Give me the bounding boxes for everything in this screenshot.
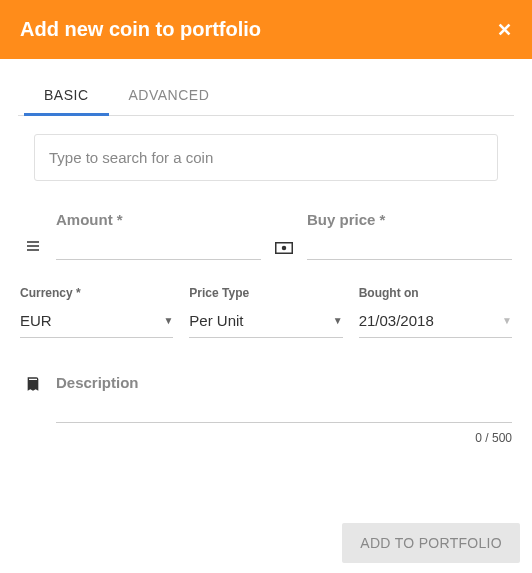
char-counter: 0 / 500 <box>56 431 512 445</box>
currency-label: Currency * <box>20 286 173 300</box>
list-icon <box>20 238 46 260</box>
pricetype-select[interactable]: Per Unit ▼ <box>189 308 342 338</box>
description-row: Description 0 / 500 <box>20 374 512 445</box>
svg-point-1 <box>282 246 287 251</box>
tab-basic[interactable]: BASIC <box>24 75 109 116</box>
buyprice-input[interactable] <box>307 232 512 260</box>
search-wrap <box>34 134 498 181</box>
close-icon[interactable]: ✕ <box>497 19 512 41</box>
currency-field: Currency * EUR ▼ <box>20 286 173 338</box>
modal-content: BASIC ADVANCED Amount * Buy price * Curr… <box>0 75 532 445</box>
modal-title: Add new coin to portfolio <box>20 18 261 41</box>
amount-row: Amount * Buy price * <box>20 211 512 260</box>
currency-value: EUR <box>20 312 52 329</box>
tabs: BASIC ADVANCED <box>18 75 514 116</box>
pricetype-field: Price Type Per Unit ▼ <box>189 286 342 338</box>
boughton-value: 21/03/2018 <box>359 312 434 329</box>
buyprice-field: Buy price * <box>307 211 512 260</box>
amount-field: Amount * <box>56 211 261 260</box>
chevron-down-icon: ▼ <box>333 315 343 326</box>
boughton-field: Bought on 21/03/2018 ▼ <box>359 286 512 338</box>
description-field: Description 0 / 500 <box>56 374 512 445</box>
amount-label: Amount * <box>56 211 261 228</box>
modal-header: Add new coin to portfolio ✕ <box>0 0 532 59</box>
search-input[interactable] <box>34 134 498 181</box>
amount-input[interactable] <box>56 232 261 260</box>
pricetype-value: Per Unit <box>189 312 243 329</box>
select-row: Currency * EUR ▼ Price Type Per Unit ▼ B… <box>20 286 512 338</box>
add-to-portfolio-button[interactable]: ADD TO PORTFOLIO <box>342 523 520 563</box>
boughton-select[interactable]: 21/03/2018 ▼ <box>359 308 512 338</box>
currency-select[interactable]: EUR ▼ <box>20 308 173 338</box>
book-icon <box>20 374 46 398</box>
money-icon <box>271 242 297 260</box>
description-input[interactable] <box>56 395 512 423</box>
chevron-down-icon: ▼ <box>163 315 173 326</box>
buyprice-label: Buy price * <box>307 211 512 228</box>
boughton-label: Bought on <box>359 286 512 300</box>
pricetype-label: Price Type <box>189 286 342 300</box>
description-label: Description <box>56 374 512 391</box>
tab-advanced[interactable]: ADVANCED <box>109 75 230 115</box>
footer: ADD TO PORTFOLIO <box>342 523 520 563</box>
chevron-down-icon: ▼ <box>502 315 512 326</box>
